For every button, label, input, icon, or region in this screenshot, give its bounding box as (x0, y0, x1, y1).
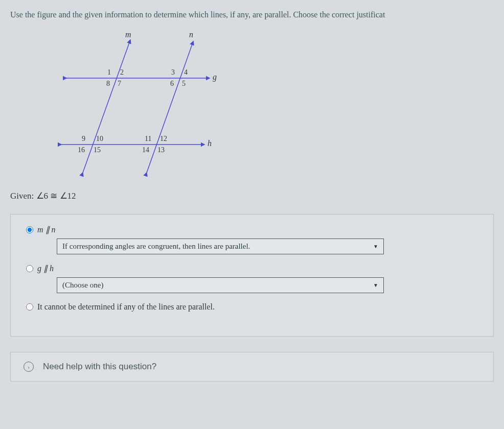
angle-6: 6 (170, 80, 174, 87)
svg-line-3 (147, 41, 193, 173)
option-m-parallel-n[interactable]: m ∥ n (26, 225, 478, 234)
option-cannot-determine[interactable]: It cannot be determined if any of the li… (26, 302, 478, 312)
chevron-down-icon: ▼ (373, 282, 378, 288)
angle-1: 1 (107, 68, 111, 76)
option-1-label: m ∥ n (37, 225, 56, 234)
angle-3: 3 (171, 68, 175, 76)
angle-8: 8 (106, 80, 110, 87)
angle-13: 13 (157, 146, 165, 154)
radio-option-3[interactable] (26, 303, 33, 311)
angle-2: 2 (120, 68, 124, 76)
justification-select-2[interactable]: (Choose one) ▼ (57, 277, 384, 293)
angle-15: 15 (94, 146, 101, 154)
help-section[interactable]: › Need help with this question? (10, 352, 494, 382)
angle-5: 5 (182, 80, 186, 87)
angle-12: 12 (160, 135, 167, 142)
angle-11: 11 (145, 135, 151, 142)
angle-16: 16 (78, 146, 85, 154)
angle-4: 4 (184, 68, 188, 76)
option-g-parallel-h[interactable]: g ∥ h (26, 264, 478, 273)
justification-select-1[interactable]: If corresponding angles are congruent, t… (57, 239, 384, 254)
label-n: n (189, 30, 193, 39)
angle-10: 10 (96, 135, 103, 142)
radio-option-2[interactable] (26, 265, 33, 272)
justification-1-text: If corresponding angles are congruent, t… (62, 242, 250, 251)
radio-option-1[interactable] (26, 226, 33, 233)
option-2-label: g ∥ h (37, 264, 54, 273)
label-h: h (208, 139, 212, 148)
label-g: g (213, 73, 217, 82)
help-chevron-icon: › (24, 362, 34, 372)
angle-7: 7 (118, 80, 121, 87)
geometry-figure: m n g h 1 2 8 7 3 4 6 5 9 10 16 15 11 12… (51, 27, 494, 180)
given-text: Given: ∠6 ≅ ∠12 (10, 190, 494, 201)
angle-9: 9 (82, 135, 85, 142)
help-text: Need help with this question? (43, 362, 156, 372)
angle-14: 14 (142, 146, 149, 154)
question-text: Use the figure and the given information… (10, 10, 494, 19)
label-m: m (125, 30, 131, 39)
chevron-down-icon: ▼ (373, 244, 378, 249)
justification-2-text: (Choose one) (62, 281, 103, 290)
option-3-label: It cannot be determined if any of the li… (37, 302, 215, 312)
svg-line-2 (83, 40, 130, 173)
answer-area: m ∥ n If corresponding angles are congru… (10, 214, 494, 337)
